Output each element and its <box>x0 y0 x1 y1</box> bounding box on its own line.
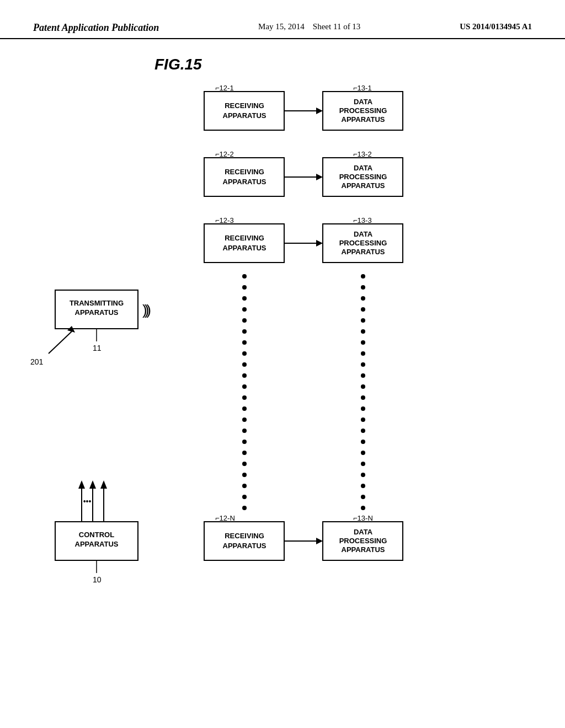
svg-text:APPARATUS: APPARATUS <box>75 308 119 317</box>
svg-text:CONTROL: CONTROL <box>79 531 114 539</box>
svg-point-53 <box>242 495 247 499</box>
svg-point-40 <box>242 351 247 356</box>
svg-point-66 <box>361 395 365 400</box>
svg-point-34 <box>242 285 247 290</box>
svg-rect-83 <box>204 522 284 560</box>
svg-text:•••: ••• <box>83 497 92 506</box>
svg-point-70 <box>361 440 365 444</box>
svg-text:APPARATUS: APPARATUS <box>342 115 385 124</box>
svg-text:))): ))) <box>142 302 151 318</box>
svg-marker-27 <box>316 240 323 247</box>
publication-label: Patent Application Publication <box>33 22 159 34</box>
svg-marker-104 <box>100 480 107 489</box>
svg-text:RECEIVING: RECEIVING <box>225 101 264 110</box>
page-header: Patent Application Publication May 15, 2… <box>0 0 565 39</box>
svg-point-48 <box>242 440 247 444</box>
svg-text:⌐13-2: ⌐13-2 <box>353 150 372 158</box>
diagram-area: FIG.15 RECEIVING APPARATUS ⌐12-1 DATA PR… <box>0 39 565 712</box>
svg-point-44 <box>242 395 247 400</box>
svg-point-46 <box>242 417 247 422</box>
svg-text:⌐13-N: ⌐13-N <box>353 514 373 522</box>
svg-point-60 <box>361 329 365 334</box>
svg-point-63 <box>361 362 365 367</box>
svg-text:201: 201 <box>30 357 44 366</box>
svg-point-35 <box>242 296 247 301</box>
svg-text:APPARATUS: APPARATUS <box>223 178 266 186</box>
svg-point-64 <box>361 373 365 378</box>
svg-rect-22 <box>204 224 284 263</box>
svg-point-47 <box>242 429 247 433</box>
svg-point-62 <box>361 351 365 356</box>
svg-text:DATA: DATA <box>354 164 373 172</box>
svg-point-43 <box>242 384 247 389</box>
svg-point-68 <box>361 417 365 422</box>
svg-text:APPARATUS: APPARATUS <box>223 111 266 120</box>
svg-point-36 <box>242 307 247 312</box>
svg-line-106 <box>49 331 72 354</box>
svg-marker-88 <box>316 538 323 544</box>
svg-text:DATA: DATA <box>354 528 373 536</box>
svg-text:DATA: DATA <box>354 98 373 106</box>
svg-point-51 <box>242 473 247 477</box>
svg-point-37 <box>242 318 247 323</box>
svg-text:APPARATUS: APPARATUS <box>223 244 266 252</box>
svg-text:APPARATUS: APPARATUS <box>342 545 385 554</box>
svg-text:PROCESSING: PROCESSING <box>339 537 387 545</box>
svg-point-38 <box>242 329 247 334</box>
svg-point-50 <box>242 462 247 466</box>
svg-text:APPARATUS: APPARATUS <box>342 248 385 256</box>
svg-point-55 <box>361 274 365 279</box>
svg-text:PROCESSING: PROCESSING <box>339 239 387 247</box>
svg-text:⌐13-3: ⌐13-3 <box>353 216 372 224</box>
svg-point-59 <box>361 318 365 323</box>
svg-point-67 <box>361 406 365 411</box>
svg-text:⌐12-1: ⌐12-1 <box>215 84 234 92</box>
svg-point-45 <box>242 406 247 411</box>
sheet-info: May 15, 2014 Sheet 11 of 13 <box>258 22 360 31</box>
svg-point-65 <box>361 384 365 389</box>
svg-point-58 <box>361 307 365 312</box>
svg-point-41 <box>242 362 247 367</box>
svg-text:APPARATUS: APPARATUS <box>75 540 119 548</box>
svg-marker-16 <box>316 174 323 180</box>
svg-text:RECEIVING: RECEIVING <box>225 532 264 540</box>
svg-text:APPARATUS: APPARATUS <box>223 542 266 550</box>
svg-text:APPARATUS: APPARATUS <box>342 181 385 190</box>
svg-text:11: 11 <box>93 344 102 352</box>
svg-text:⌐12-N: ⌐12-N <box>215 514 235 522</box>
diagram-svg: RECEIVING APPARATUS ⌐12-1 DATA PROCESSIN… <box>0 39 565 712</box>
patent-number: US 2014/0134945 A1 <box>460 22 532 31</box>
svg-point-49 <box>242 451 247 455</box>
svg-marker-5 <box>316 108 323 114</box>
svg-point-61 <box>361 340 365 345</box>
svg-text:RECEIVING: RECEIVING <box>225 234 264 242</box>
svg-point-42 <box>242 373 247 378</box>
svg-point-52 <box>242 484 247 488</box>
svg-point-57 <box>361 296 365 301</box>
svg-text:PROCESSING: PROCESSING <box>339 106 387 115</box>
svg-text:⌐13-1: ⌐13-1 <box>353 84 372 92</box>
svg-point-73 <box>361 473 365 477</box>
svg-text:⌐12-3: ⌐12-3 <box>215 216 234 224</box>
svg-point-71 <box>361 451 365 455</box>
svg-text:⌐12-2: ⌐12-2 <box>215 150 234 158</box>
svg-text:PROCESSING: PROCESSING <box>339 173 387 181</box>
svg-point-39 <box>242 340 247 345</box>
svg-point-56 <box>361 285 365 290</box>
svg-point-74 <box>361 484 365 488</box>
svg-rect-0 <box>204 92 284 130</box>
svg-marker-100 <box>78 480 85 489</box>
svg-text:DATA: DATA <box>354 230 373 238</box>
svg-point-72 <box>361 462 365 466</box>
svg-point-69 <box>361 429 365 433</box>
svg-point-54 <box>242 506 247 510</box>
svg-point-75 <box>361 495 365 499</box>
svg-rect-11 <box>204 158 284 196</box>
svg-text:RECEIVING: RECEIVING <box>225 168 264 176</box>
svg-marker-102 <box>89 480 96 489</box>
svg-text:TRANSMITTING: TRANSMITTING <box>70 299 124 307</box>
svg-point-33 <box>242 274 247 279</box>
svg-text:10: 10 <box>93 575 102 584</box>
svg-point-76 <box>361 506 365 510</box>
